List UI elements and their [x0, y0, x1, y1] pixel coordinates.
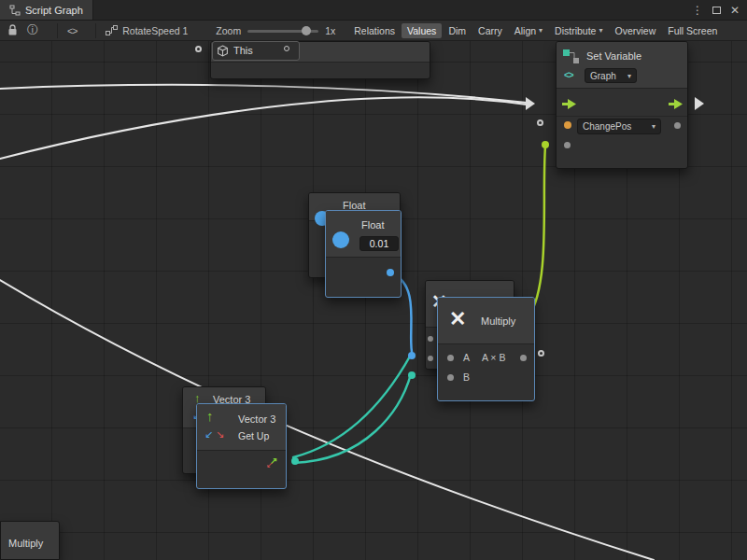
float-output-port[interactable] [387, 269, 394, 276]
cube-icon [217, 45, 229, 57]
chevron-down-icon: ▾ [599, 26, 602, 35]
toolbar-separator [95, 23, 96, 38]
zoom-value: 1x [325, 25, 335, 36]
flow-output-port[interactable] [669, 99, 683, 109]
multiply-back-port-a[interactable] [428, 336, 433, 342]
set-variable-header: Set Variable <> Graph ▾ [557, 42, 687, 89]
tab-script-graph[interactable]: Script Graph [0, 0, 93, 20]
wire-getup-to-multiply-b[interactable] [293, 374, 411, 463]
zoom-label: Zoom [216, 25, 241, 36]
variable-name-dropdown[interactable]: ChangePos ▾ [577, 119, 661, 134]
align-button[interactable]: Align▾ [509, 23, 548, 38]
multiply-icon: ✕ [449, 307, 466, 331]
relations-button[interactable]: Relations [348, 23, 401, 38]
this-left-port-circle[interactable] [195, 46, 202, 52]
flow-wire-proxy-right[interactable] [695, 97, 704, 110]
dim-label: Dim [448, 25, 466, 36]
blue-wire-endpoint[interactable] [408, 352, 416, 359]
overview-button[interactable]: Overview [609, 23, 661, 38]
this-output-port[interactable] [284, 46, 289, 51]
wire-flow-upper[interactable] [0, 85, 527, 103]
arrow-downleft-icon: ↙ [204, 428, 213, 441]
set-variable-node[interactable]: Set Variable <> Graph ▾ ChangePos ▾ [556, 41, 688, 169]
zoom-slider-knob[interactable] [302, 26, 311, 35]
zoom-slider[interactable] [247, 26, 318, 35]
multiply-output-label: A × B [482, 352, 505, 363]
wire-flow-diagonal[interactable] [0, 280, 654, 560]
arrow-downleft-small-icon: ↙ [266, 460, 274, 469]
chevron-down-icon: ▾ [627, 72, 631, 80]
tab-title: Script Graph [25, 5, 83, 16]
set-variable-title: Set Variable [586, 50, 641, 62]
variable-name-value: ChangePos [583, 121, 631, 132]
teal-wire-endpoint[interactable] [408, 371, 416, 379]
variable-name-port[interactable] [564, 121, 571, 129]
flow-input-port[interactable] [562, 99, 576, 109]
multiply-input-b-port[interactable] [447, 374, 454, 381]
flow-wire-proxy-left[interactable] [526, 97, 535, 110]
chevron-down-icon: ▾ [539, 26, 543, 35]
graph-toolbar: ⓘ <> RotateSpeed 1 Zoom 1x Relations Val… [0, 21, 747, 41]
float-input-port[interactable] [332, 231, 349, 248]
set-variable-icon [562, 48, 581, 64]
multiply-right-port-circle[interactable] [538, 350, 544, 357]
carry-button[interactable]: Carry [472, 23, 508, 38]
float-value-field[interactable]: 0.01 [359, 236, 399, 251]
multiply-back-port-b[interactable] [428, 356, 433, 361]
carry-label: Carry [478, 25, 502, 36]
lock-icon[interactable] [7, 24, 18, 36]
overview-label: Overview [614, 25, 655, 36]
chevron-down-icon: ▾ [652, 122, 655, 131]
row-divider [557, 116, 687, 117]
graph-node-icon [106, 25, 118, 35]
values-button[interactable]: Values [402, 23, 442, 38]
close-icon[interactable]: ✕ [728, 4, 741, 17]
wire-multiply-to-setvariable[interactable] [529, 146, 545, 317]
zoom-control: Zoom 1x [216, 25, 335, 36]
graph-name: RotateSpeed 1 [122, 25, 188, 36]
this-node[interactable]: This [212, 41, 300, 61]
corner-multiply-node[interactable]: Multiply [0, 521, 60, 560]
lime-wire-endpoint[interactable] [542, 141, 549, 148]
code-view-icon[interactable]: <> [67, 25, 77, 36]
multiply-input-a-label: A [463, 352, 470, 363]
multiply-output-port[interactable] [520, 355, 527, 361]
getup-output-port[interactable] [291, 457, 299, 465]
float-window-glyph [712, 7, 721, 14]
arrow-up-icon: ↑ [206, 408, 214, 424]
unity-visual-scripting-window: Script Graph ⋮ ✕ ⓘ <> RotateSpeed 1 Z [0, 0, 747, 560]
graph-canvas[interactable]: This Set Variable <> Graph ▾ [0, 41, 747, 560]
wire-getup-to-multiply-a[interactable] [293, 355, 411, 457]
multiply-title: Multiply [481, 315, 515, 327]
float-window-icon[interactable] [710, 4, 723, 17]
toolbar-separator [57, 23, 58, 38]
value-input-port[interactable] [564, 142, 571, 148]
fullscreen-label: Full Screen [668, 25, 717, 36]
info-icon[interactable]: ⓘ [27, 22, 38, 38]
float-node[interactable]: Float 0.01 [325, 210, 402, 298]
wire-flow-left[interactable] [0, 97, 527, 159]
multiply-node[interactable]: ✕ Multiply A A × B B [437, 297, 535, 401]
variable-output-port[interactable] [674, 122, 681, 129]
float-title: Float [361, 219, 384, 231]
multiply-input-a-port[interactable] [447, 355, 454, 361]
variable-scope-dropdown[interactable]: Graph ▾ [585, 68, 637, 83]
fullscreen-button[interactable]: Full Screen [662, 23, 723, 38]
window-tab-bar: Script Graph ⋮ ✕ [0, 0, 747, 21]
vector3-getup-node[interactable]: ↑ Vector 3 ↙ ↘ Get Up ↗ ↙ [196, 403, 287, 489]
getup-subtitle: Get Up [238, 430, 269, 441]
values-label: Values [407, 25, 436, 36]
arrow-downright-icon: ↘ [216, 428, 224, 441]
distribute-button[interactable]: Distribute▾ [549, 23, 608, 38]
graph-breadcrumb[interactable]: RotateSpeed 1 [106, 25, 188, 36]
script-graph-icon [9, 5, 21, 16]
distribute-label: Distribute [555, 25, 596, 36]
vector3-title: Vector 3 [238, 413, 275, 425]
relations-label: Relations [354, 25, 395, 36]
kebab-menu-icon[interactable]: ⋮ [691, 4, 704, 17]
align-label: Align [514, 25, 536, 36]
setvariable-left-port-circle[interactable] [537, 119, 543, 126]
dim-button[interactable]: Dim [443, 23, 472, 38]
multiply-input-b-label: B [463, 371, 470, 383]
window-controls: ⋮ ✕ [691, 0, 747, 20]
